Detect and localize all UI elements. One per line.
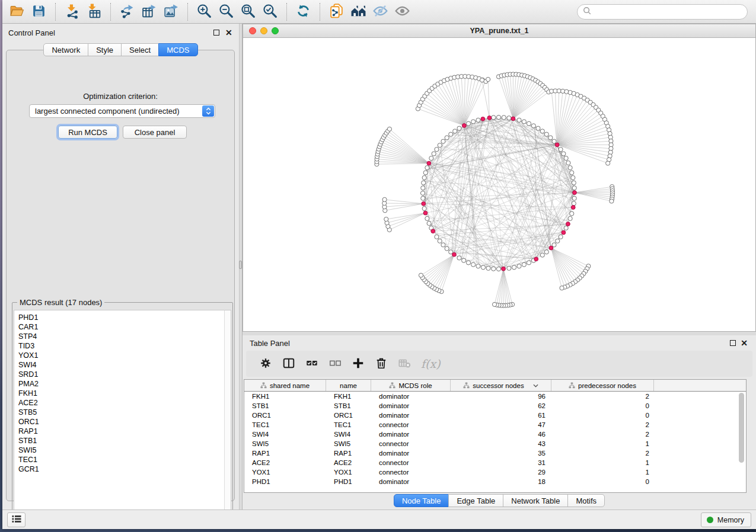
mcds-result-item[interactable]: PMA2 [18, 379, 224, 389]
mcds-node[interactable] [431, 229, 435, 233]
mcds-result-list[interactable]: PHD1CAR1STP4TID3YOX1SWI4SRD1PMA2FKH1ACE2… [14, 310, 224, 522]
table-row[interactable]: ORC1ORC1dominator610 [244, 411, 746, 420]
mcds-node[interactable] [462, 124, 466, 128]
export-image-button[interactable] [160, 2, 182, 22]
mcds-result-item[interactable]: YOX1 [18, 351, 224, 360]
mcds-result-item[interactable]: FKH1 [18, 389, 224, 398]
mcds-result-item[interactable]: TEC1 [18, 455, 224, 464]
select-all-button[interactable] [305, 357, 318, 371]
graph-node[interactable] [486, 77, 490, 81]
memory-button[interactable]: Memory [701, 512, 751, 527]
column-header-predecessor-nodes[interactable]: predecessor nodes [551, 380, 654, 391]
table-scrollbar[interactable] [739, 393, 744, 489]
zoom-selected-button[interactable] [259, 2, 281, 22]
graph-node[interactable] [564, 156, 568, 161]
close-icon[interactable]: ✕ [741, 339, 748, 347]
graph-node[interactable] [544, 250, 548, 254]
tab-edge-table[interactable]: Edge Table [448, 494, 503, 507]
graph-node[interactable] [556, 239, 560, 243]
graph-node[interactable] [548, 136, 553, 140]
graph-node[interactable] [438, 239, 442, 243]
refresh-network-button[interactable] [292, 2, 314, 22]
graph-node[interactable] [552, 139, 556, 143]
graph-node[interactable] [476, 264, 480, 268]
graph-node[interactable] [432, 152, 436, 156]
float-icon[interactable] [213, 30, 219, 36]
scrollbar-thumb[interactable] [739, 393, 744, 463]
mcds-result-item[interactable]: TID3 [18, 341, 224, 351]
graph-node[interactable] [572, 196, 576, 200]
graph-node[interactable] [610, 199, 614, 203]
graph-node[interactable] [466, 261, 470, 265]
table-row[interactable]: SWI5SWI5connector431 [244, 439, 746, 448]
clone-network-button[interactable] [326, 2, 347, 22]
table-row[interactable]: RAP1RAP1dominator352 [244, 448, 746, 458]
graph-node[interactable] [423, 171, 428, 175]
mcds-node[interactable] [481, 117, 485, 121]
splitter-handle[interactable] [239, 261, 242, 269]
save-session-button[interactable] [28, 2, 50, 22]
mcds-node[interactable] [511, 117, 515, 121]
mcds-result-item[interactable]: STB5 [18, 408, 224, 417]
graph-node[interactable] [564, 226, 568, 230]
table-row[interactable]: ACE2ACE2connector311 [244, 458, 746, 467]
graph-node[interactable] [471, 262, 476, 267]
mcds-result-item[interactable]: GCR1 [18, 464, 224, 474]
tab-node-table[interactable]: Node Table [394, 494, 449, 507]
graph-node[interactable] [570, 211, 574, 216]
graph-node[interactable] [420, 191, 425, 195]
network-canvas[interactable] [243, 38, 755, 331]
close-icon[interactable]: ✕ [225, 28, 232, 37]
graph-node[interactable] [517, 118, 521, 122]
tab-motifs[interactable]: Motifs [567, 494, 605, 507]
graph-node[interactable] [466, 121, 470, 126]
graph-node[interactable] [559, 235, 563, 239]
mcds-node[interactable] [571, 206, 575, 210]
graph-node[interactable] [425, 166, 429, 170]
column-header-name[interactable]: name [326, 380, 371, 391]
graph-node[interactable] [572, 186, 576, 190]
graph-node[interactable] [522, 120, 526, 124]
graph-node[interactable] [476, 118, 480, 122]
mcds-node[interactable] [562, 230, 566, 235]
column-header-successor-nodes[interactable]: successor nodes [451, 380, 551, 391]
graph-node[interactable] [570, 171, 574, 175]
graph-node[interactable] [502, 116, 506, 120]
mcds-result-item[interactable]: STP4 [18, 332, 224, 341]
graph-node[interactable] [527, 121, 531, 126]
graph-node[interactable] [566, 161, 570, 165]
tab-network[interactable]: Network [43, 43, 88, 56]
graph-node[interactable] [445, 136, 449, 140]
network-graph[interactable] [243, 38, 755, 331]
graph-node[interactable] [449, 132, 453, 136]
mcds-result-item[interactable]: RAP1 [18, 427, 224, 436]
export-network-button[interactable] [116, 2, 138, 22]
graph-node[interactable] [492, 302, 496, 306]
table-row[interactable]: YOX1YOX1connector291 [244, 467, 746, 477]
graph-node[interactable] [492, 267, 496, 271]
close-panel-button[interactable]: Close panel [123, 126, 187, 139]
graph-node[interactable] [572, 181, 576, 185]
mcds-node[interactable] [452, 252, 457, 257]
hide-selected-button[interactable] [369, 2, 391, 22]
mcds-node[interactable] [502, 267, 506, 271]
graph-node[interactable] [544, 132, 548, 136]
mcds-result-item[interactable]: CAR1 [18, 322, 224, 332]
graph-node[interactable] [421, 186, 425, 190]
mcds-node[interactable] [487, 116, 492, 120]
run-mcds-button[interactable]: Run MCDS [58, 126, 117, 139]
graph-node[interactable] [517, 264, 521, 268]
graph-node[interactable] [496, 267, 500, 271]
graph-node[interactable] [562, 152, 566, 156]
mcds-result-item[interactable]: ACE2 [18, 398, 224, 408]
criterion-select[interactable]: largest connected component (undirected) [29, 104, 215, 118]
graph-node[interactable] [462, 258, 466, 262]
graph-node[interactable] [568, 166, 572, 170]
mcds-list-scrollbar[interactable] [224, 310, 231, 522]
graph-node[interactable] [496, 115, 500, 119]
graph-node[interactable] [453, 129, 457, 133]
tab-mcds[interactable]: MCDS [158, 43, 197, 56]
graph-node[interactable] [560, 286, 564, 290]
mcds-node[interactable] [555, 143, 559, 147]
graph-node[interactable] [441, 139, 445, 143]
